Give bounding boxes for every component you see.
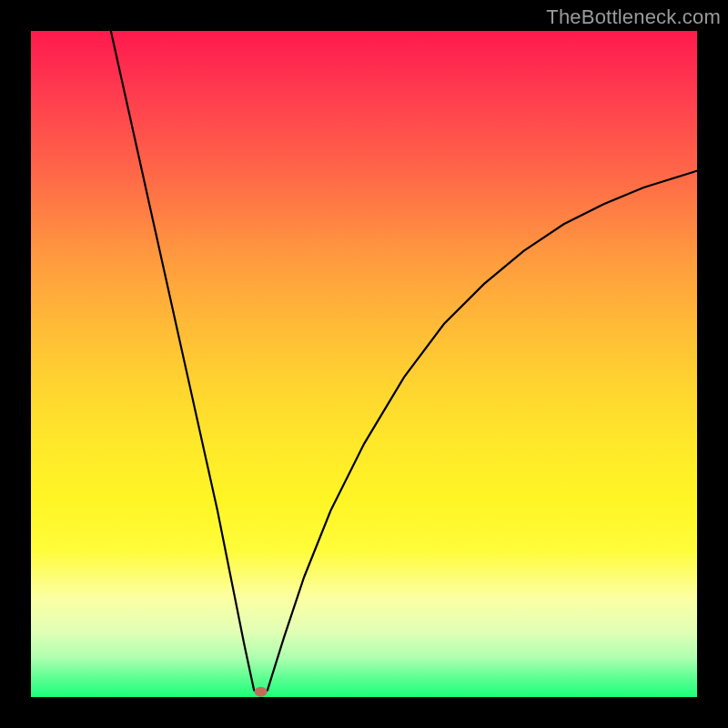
plot-area (31, 31, 697, 697)
curve-left-branch (111, 31, 254, 691)
min-marker (255, 687, 268, 697)
watermark-text: TheBottleneck.com (546, 5, 721, 29)
chart-frame: TheBottleneck.com (0, 0, 728, 728)
plot-svg (31, 31, 697, 697)
curve-right-branch (268, 171, 697, 691)
